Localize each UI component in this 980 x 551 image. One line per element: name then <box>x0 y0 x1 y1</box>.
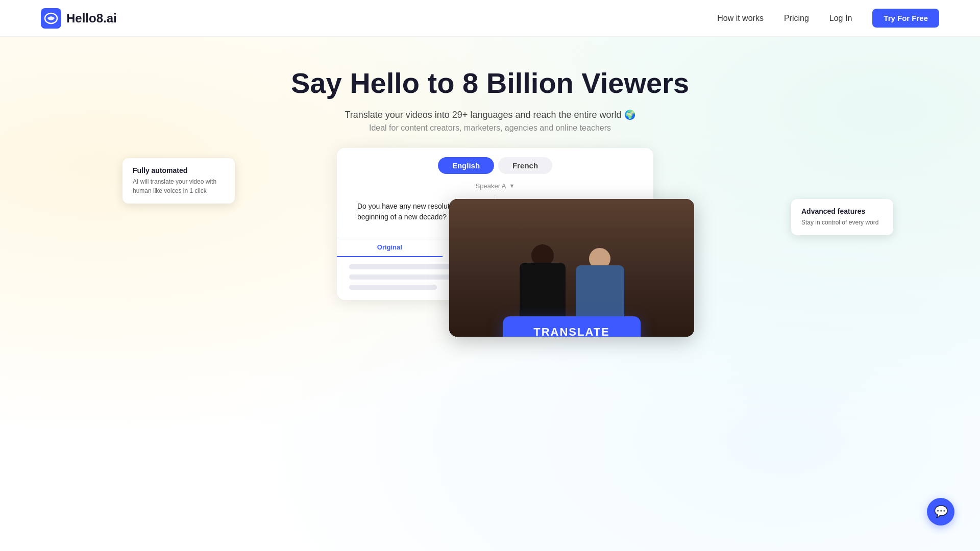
logo-icon <box>41 8 61 29</box>
hero-title: Say Hello to 8 Billion Viewers <box>0 67 980 99</box>
chevron-down-icon: ▼ <box>509 183 515 189</box>
language-tabs: English French <box>337 148 653 180</box>
callout-automated-desc: AI will translate your video with human … <box>133 177 225 195</box>
nav-login[interactable]: Log In <box>829 14 852 23</box>
callout-automated: Fully automated AI will translate your v… <box>122 158 235 204</box>
callout-advanced-title: Advanced features <box>801 207 883 215</box>
chat-icon: 💬 <box>934 505 948 518</box>
speaker-selector[interactable]: Speaker A ▼ <box>337 180 653 195</box>
hero-section: Say Hello to 8 Billion Viewers Translate… <box>0 37 980 133</box>
video-preview: TRANSLATE <box>449 199 694 337</box>
hero-subtitle2: Ideal for content creators, marketers, a… <box>0 123 980 133</box>
speaker-label: Speaker A <box>476 182 506 190</box>
callout-automated-title: Fully automated <box>133 166 225 174</box>
translate-button[interactable]: TRANSLATE <box>503 316 641 337</box>
line-bar <box>349 285 437 290</box>
callout-advanced-desc: Stay in control of every word <box>801 218 883 227</box>
navbar: Hello8.ai How it works Pricing Log In Tr… <box>0 0 980 37</box>
tab-original[interactable]: Original <box>337 238 443 257</box>
chat-bubble-button[interactable]: 💬 <box>927 498 954 525</box>
brand-name: Hello8.ai <box>66 11 117 26</box>
try-free-button[interactable]: Try For Free <box>872 9 939 28</box>
nav-how-it-works[interactable]: How it works <box>717 14 764 23</box>
translate-btn-container: TRANSLATE <box>503 316 641 337</box>
hero-subtitle: Translate your videos into 29+ languages… <box>0 109 980 120</box>
logo: Hello8.ai <box>41 8 117 29</box>
lang-tab-english[interactable]: English <box>438 157 494 174</box>
callout-advanced: Advanced features Stay in control of eve… <box>791 199 893 235</box>
lang-tab-french[interactable]: French <box>498 157 552 174</box>
nav-links: How it works Pricing Log In Try For Free <box>717 9 939 28</box>
nav-pricing[interactable]: Pricing <box>784 14 809 23</box>
video-inner: TRANSLATE <box>449 199 694 337</box>
